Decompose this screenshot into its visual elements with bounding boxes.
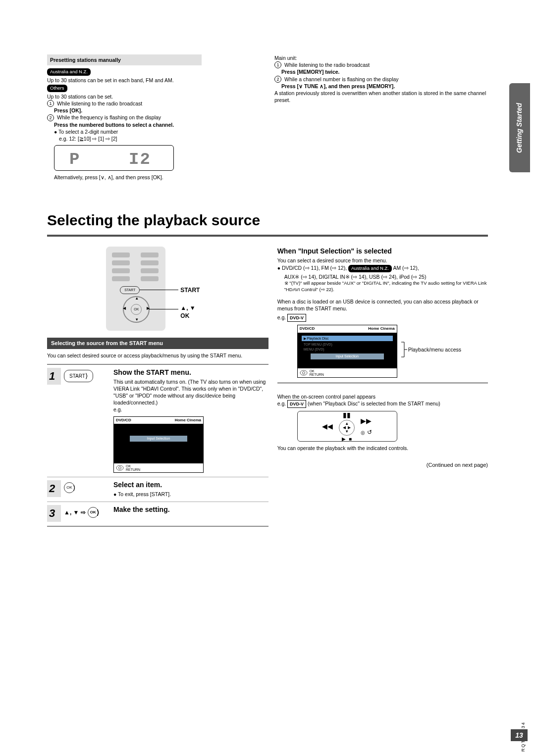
aunz-text: Up to 30 stations can be set in each ban… <box>47 77 261 84</box>
subheading-text: You can select desired source or access … <box>47 352 268 359</box>
mu-note: A station previously stored is overwritt… <box>274 90 488 103</box>
rc-l2b: AM (⇨ 12), <box>393 265 419 271</box>
rc-l2a: ● DVD/CD (⇨ 11), FM (⇨ 12), <box>277 265 348 271</box>
region-others-pill: Others <box>47 85 67 92</box>
rc-screen: DVD/CD Home Cinema ▶ Playback Disc TOP M… <box>297 325 397 378</box>
dot-icon: ◎ <box>361 429 365 436</box>
display-box: P I2 <box>54 145 174 171</box>
step-table: 1 START ⟩ Show the START menu. This unit… <box>47 364 268 527</box>
return-icon: ↺ <box>367 428 372 436</box>
main-heading: Selecting the playback source <box>47 210 488 231</box>
step2-bold: Press the numbered buttons to select a c… <box>54 122 174 128</box>
display-seg-12: I2 <box>129 149 151 171</box>
step1-num: 1 <box>47 368 61 385</box>
mu-circle-1: 1 <box>274 61 281 68</box>
mu-step1b: Press [MEMORY] twice. <box>281 69 339 75</box>
step2-num: 2 <box>47 480 61 497</box>
remote-illustration: START ▲ ▼ ◀ ▶ OK START ▲, ▼ OK <box>88 247 227 331</box>
svg-point-2 <box>300 370 307 375</box>
rc-osd-note: You can operate the playback with the in… <box>277 445 488 452</box>
rewind-icon: ◀◀ <box>322 422 333 431</box>
side-tab: Getting Started <box>509 83 530 172</box>
rc-row3: MENU (DVD) <box>302 347 393 352</box>
mainunit-head: Main unit: <box>274 54 488 61</box>
ffwd-icon: ▶▶ <box>361 416 372 426</box>
rc-annot: Playback/menu access <box>408 346 461 353</box>
ok-ring-icon: ▲ ◀▶ ▼ <box>339 420 355 436</box>
step3-icon-row: ▲, ▼ ⇨ OK ⟩ <box>64 507 99 518</box>
rc-l3: AUX※ (⇨ 14), DIGITAL IN※ (⇨ 14), USB (⇨ … <box>284 273 488 280</box>
subheading-bar: Selecting the source from the START menu <box>47 338 268 349</box>
rc-osd-box: DVD-V <box>287 400 306 408</box>
step1-text: While listening to the radio broadcast <box>57 100 142 107</box>
step2-bullet-b: e.g. 12: [≧10] ⇨ [1] ⇨ [2] <box>59 135 261 142</box>
mu-step2a: While a channel number is flashing on th… <box>284 76 399 83</box>
lead-start-label: START <box>180 286 200 294</box>
svg-point-3 <box>302 371 305 374</box>
nav-icon <box>116 465 124 471</box>
rc-row1: ▶ Playback Disc <box>302 336 393 341</box>
mu-step1a: While listening to the radio broadcast <box>284 61 370 68</box>
step2-body: ● To exit, press [START]. <box>113 491 268 498</box>
rc-ms-head-r: Home Cinema <box>368 326 394 332</box>
rc-l1: You can select a desired source from the… <box>277 257 488 264</box>
rc-disc: When a disc is loaded or an USB device i… <box>277 298 488 312</box>
rc-okret: OK RETURN <box>310 369 324 376</box>
alt-press-text: Alternatively, press [∨, ∧], and then pr… <box>54 174 261 181</box>
step-circle-2: 2 <box>47 114 54 121</box>
step2-ok-icon: OK ⟩ <box>64 482 75 493</box>
step2-text: While the frequency is flashing on the d… <box>57 114 161 121</box>
step-circle-1: 1 <box>47 100 54 107</box>
rc-osd-eg: e.g. <box>277 401 287 406</box>
ms-okret: OK RETURN <box>126 464 140 471</box>
rc-eg-box: DVD-V <box>287 314 306 322</box>
step1-start-icon: START ⟩ <box>64 370 93 382</box>
rc-eg: e.g. <box>277 314 287 320</box>
ms-selbar: Input Selection <box>130 436 187 441</box>
mu-circle-2: 2 <box>274 76 281 83</box>
stop-icon: ■ <box>349 436 352 443</box>
step1-bold: Press [OK]. <box>54 107 82 113</box>
play-icon: ▶ <box>342 436 346 443</box>
rc-aunz-pill: Australia and N.Z. <box>348 265 392 272</box>
heading-rule <box>47 235 488 237</box>
lead-arrows-ok-label: ▲, ▼ OK <box>180 304 195 320</box>
step1-eg: e.g. <box>113 406 268 413</box>
step1-title: Show the START menu. <box>113 368 268 377</box>
step1-body: This unit automatically turns on. (The T… <box>113 378 268 406</box>
page-number: 13 <box>511 729 528 741</box>
step2-bullet-a: To select a 2-digit number <box>58 129 118 135</box>
rc-heading: When "Input Selection" is selected <box>277 247 488 256</box>
mu-step2b: Press [∨ TUNE ∧], and then press [MEMORY… <box>281 83 395 89</box>
rc-l4: ※ "(TV)" will appear beside "AUX" or "DI… <box>284 280 488 293</box>
rc-ms-head-l: DVD/CD <box>300 326 315 332</box>
rc-divider <box>277 383 488 383</box>
controls-panel: ◀◀ ▮▮ ▲ ◀▶ ▼ ▶ ■ <box>297 411 397 442</box>
pause-icon: ▮▮ <box>343 410 351 420</box>
display-seg-p: P <box>69 149 80 171</box>
svg-point-1 <box>119 467 121 469</box>
remote-start-btn: START <box>120 286 140 294</box>
step3-title: Make the setting. <box>113 505 268 514</box>
remote-nav-ring: ▲ ▼ ◀ ▶ OK <box>123 296 150 323</box>
rc-osd-intro: When the on-screen control panel appears <box>277 393 488 400</box>
rc-row4: Input Selection <box>311 353 384 359</box>
ms-head-r: Home Cinema <box>175 418 201 423</box>
step3-num: 3 <box>47 505 61 522</box>
step1-screen: DVD/CD Home Cinema Input Selection OK RE… <box>113 416 204 473</box>
region-aunz-pill: Australia and N.Z. <box>47 68 91 76</box>
rc-continued: (Continued on next page) <box>277 461 488 469</box>
svg-point-0 <box>116 465 123 470</box>
rc-osd-after: (when "Playback Disc" is selected from t… <box>308 401 440 406</box>
ms-head-l: DVD/CD <box>116 418 131 423</box>
remote-ok-btn: OK <box>131 304 142 315</box>
rc-row2: TOP MENU (DVD) <box>302 342 393 347</box>
step2-title: Select an item. <box>113 480 268 490</box>
side-tab-label: Getting Started <box>515 102 525 152</box>
bracket-icon <box>401 342 407 357</box>
others-text: Up to 30 stations can be set. <box>47 93 261 100</box>
preset-title: Presetting stations manually <box>47 54 202 65</box>
nav-icon <box>300 370 308 376</box>
